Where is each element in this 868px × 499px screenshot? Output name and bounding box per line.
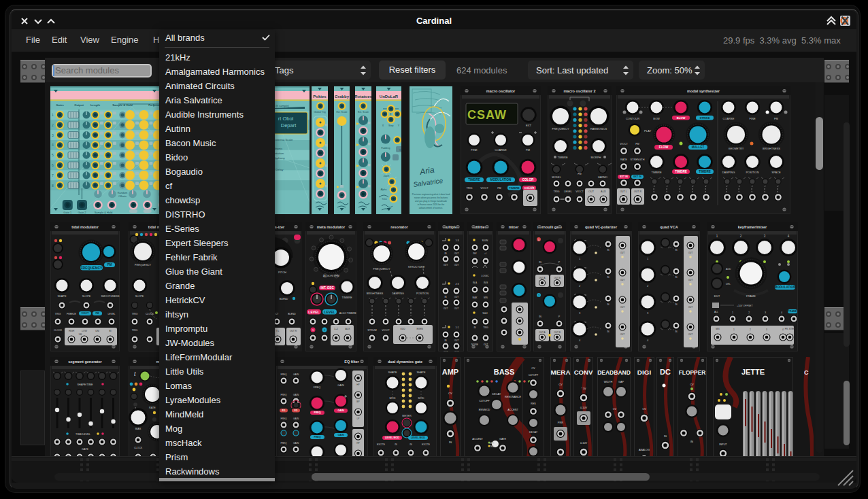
svg-text:FREQ: FREQ (314, 411, 321, 414)
svg-text:JETTE: JETTE (741, 368, 765, 376)
svg-text:OUT R: OUT R (290, 330, 297, 332)
svg-text:Padding: Padding (381, 147, 390, 150)
svg-text:7: 7 (52, 173, 54, 177)
svg-text:Ext. Scale: Ext. Scale (336, 111, 347, 114)
svg-text:OUT: OUT (527, 186, 533, 189)
svg-text:OUT: OUT (454, 339, 459, 342)
svg-text:GATE: GATE (490, 442, 495, 445)
svg-text:OUT: OUT (620, 333, 625, 336)
svg-text:OUT: OUT (454, 351, 459, 352)
svg-text:FM: FM (774, 117, 778, 120)
svg-text:CV: CV (558, 383, 563, 386)
svg-text:TIME/LEVEL: TIME/LEVEL (76, 433, 90, 436)
svg-text:keyframer/mixer: keyframer/mixer (738, 225, 767, 229)
svg-text:STRENGTH: STRENGTH (631, 158, 645, 161)
svg-text:POSITION: POSITION (416, 292, 429, 295)
svg-text:DAMPING: DAMPING (392, 292, 404, 295)
svg-text:TIMBRE: TIMBRE (651, 171, 661, 174)
svg-text:ACCENT: ACCENT (507, 409, 518, 411)
svg-text:V/OCT: V/OCT (480, 187, 488, 190)
svg-text:ALGORITHM: ALGORITHM (323, 274, 339, 277)
svg-text:DEL: DEL (726, 283, 731, 286)
svg-text:OUT B: OUT B (554, 331, 561, 334)
svg-text:MAX: MAX (473, 296, 478, 299)
svg-text:macro oscillator: macro oscillator (486, 89, 516, 93)
svg-text:BIAS: BIAS (135, 428, 141, 430)
svg-text:MOD: MOD (390, 397, 396, 400)
svg-text:FREQ: FREQ (280, 373, 287, 376)
svg-text:ALL: ALL (714, 311, 718, 313)
svg-text:IN B: IN B (484, 281, 488, 284)
svg-text:advancement of science.: advancement of science. (419, 207, 443, 209)
svg-text:DAMPING: DAMPING (722, 171, 735, 174)
svg-text:BLEND: BLEND (280, 298, 288, 300)
svg-text:ENVMOD: ENVMOD (479, 409, 490, 411)
svg-text:FREQUENCY: FREQUENCY (135, 264, 151, 266)
svg-text:ODD: ODD (400, 328, 405, 330)
svg-text:SPACE: SPACE (771, 171, 781, 174)
svg-text:HARMO: HARMO (598, 176, 607, 179)
svg-text:IN: IN (449, 441, 452, 444)
svg-text:AUX: AUX (346, 328, 351, 330)
svg-text:6: 6 (52, 163, 54, 167)
svg-text:TIMBRE: TIMBRE (509, 186, 520, 190)
svg-text:modal synthesizer: modal synthesizer (687, 89, 720, 93)
svg-text:PRR: PRR (558, 421, 564, 424)
svg-text:+10V OFFSET: +10V OFFSET (737, 305, 753, 307)
svg-text:FREQUENCY: FREQUENCY (373, 267, 390, 271)
svg-text:Length: Length (90, 103, 100, 107)
svg-text:ALGO: ALGO (339, 312, 347, 315)
svg-text:T L: T L (276, 330, 280, 332)
svg-text:PITCH: PITCH (278, 271, 286, 274)
svg-text:MERA: MERA (550, 368, 570, 376)
svg-text:FM: FM (635, 143, 639, 145)
svg-text:MALLET: MALLET (692, 145, 705, 149)
svg-text:LEVEL: LEVEL (308, 310, 319, 314)
svg-text:FM: FM (107, 263, 112, 266)
svg-text:Precision engineering what it: Precision engineering what it does loud (412, 193, 450, 196)
svg-text:CUTOFF: CUTOFF (479, 400, 490, 402)
svg-text:0-10V: 0-10V (580, 442, 588, 445)
svg-text:FREQ: FREQ (314, 436, 321, 438)
svg-text:OUT: OUT (588, 190, 595, 193)
svg-text:TIMBRE: TIMBRE (347, 312, 356, 315)
svg-text:2: 2 (748, 311, 750, 314)
svg-text:DIGI: DIGI (637, 368, 652, 376)
svg-text:3: 3 (52, 133, 54, 137)
svg-text:FR. STEP: FR. STEP (785, 328, 795, 330)
svg-text:OUT A: OUT A (539, 331, 546, 334)
svg-text:IN A: IN A (473, 281, 478, 284)
svg-text:Sample & Hold: Sample & Hold (112, 103, 133, 107)
svg-text:BP: BP (356, 400, 359, 403)
svg-text:5: 5 (52, 153, 54, 157)
svg-text:TRIG: TRIG (55, 313, 61, 315)
svg-text:FINE: FINE (749, 117, 755, 120)
svg-text:AUX: AUX (601, 190, 606, 193)
svg-text:RESONANCE: RESONANCE (505, 396, 522, 398)
svg-text:FRAME: FRAME (788, 310, 797, 313)
svg-text:FINE: FINE (471, 148, 478, 152)
svg-text:GATE: GATE (82, 448, 89, 451)
svg-text:FM: FM (95, 312, 99, 315)
svg-text:CONV: CONV (574, 368, 593, 376)
svg-text:COARSE: COARSE (723, 117, 735, 120)
svg-text:UnDuLaR: UnDuLaR (380, 94, 399, 99)
svg-text:V/OCT: V/OCT (82, 312, 90, 315)
svg-text:dual dynamics gate: dual dynamics gate (388, 360, 422, 364)
svg-text:SLOPE: SLOPE (82, 295, 91, 298)
svg-text:OUT: OUT (454, 252, 459, 255)
svg-text:GAIN: GAIN (338, 434, 344, 436)
svg-text:GAIN: GAIN (337, 384, 344, 387)
svg-text:TRIG: TRIG (132, 329, 138, 332)
svg-text:EDIT: EDIT (714, 295, 720, 298)
svg-text:1:3: 1:3 (456, 239, 459, 242)
svg-text:CSAW: CSAW (467, 108, 507, 122)
svg-text:FREQ: FREQ (280, 442, 287, 445)
svg-text:LEVEL: LEVEL (324, 310, 335, 314)
svg-text:GAIN: GAIN (293, 394, 299, 396)
svg-text:AMP: AMP (442, 368, 458, 376)
svg-text:OUT: OUT (620, 306, 625, 309)
svg-text:MIN: MIN (484, 296, 488, 299)
svg-text:NOISE: NOISE (471, 343, 478, 346)
svg-text:FO: FO (282, 409, 286, 412)
